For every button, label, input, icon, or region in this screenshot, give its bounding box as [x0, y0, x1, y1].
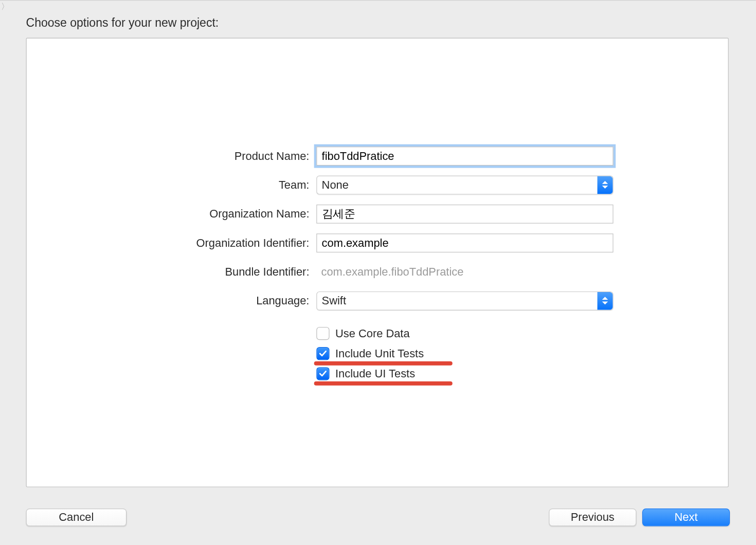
team-popup[interactable]: None [316, 175, 613, 194]
checkmark-icon [319, 370, 327, 378]
previous-button-label: Previous [571, 511, 615, 524]
label-org-identifier: Organization Identifier: [27, 236, 317, 249]
language-value: Swift [322, 294, 346, 307]
updown-icon [598, 292, 613, 310]
label-team: Team: [27, 178, 317, 191]
row-team: Team: None [27, 170, 728, 199]
row-language: Language: Swift [27, 286, 728, 315]
row-org-name: Organization Name: [27, 199, 728, 228]
label-language: Language: [27, 294, 317, 307]
row-product-name: Product Name: [27, 141, 728, 170]
row-include-unit-tests: Include Unit Tests [27, 343, 728, 364]
label-org-name: Organization Name: [27, 207, 317, 220]
language-popup[interactable]: Swift [316, 291, 613, 310]
project-options-form: Product Name: Team: None Organization Na… [27, 141, 728, 384]
row-bundle-identifier: Bundle Identifier: com.example.fiboTddPr… [27, 257, 728, 286]
product-name-field[interactable] [316, 147, 613, 166]
cancel-button-label: Cancel [59, 511, 94, 524]
team-value: None [322, 178, 349, 191]
include-unit-tests-checkbox[interactable] [316, 347, 329, 360]
row-org-identifier: Organization Identifier: [27, 228, 728, 257]
bundle-identifier-value: com.example.fiboTddPratice [316, 265, 463, 278]
next-button-label: Next [675, 511, 698, 524]
cancel-button[interactable]: Cancel [26, 508, 127, 526]
footer-buttons: Cancel Previous Next [26, 506, 730, 526]
annotation-underline [314, 382, 453, 386]
include-ui-tests-checkbox[interactable] [316, 367, 329, 380]
include-ui-tests-label: Include UI Tests [335, 367, 415, 380]
sheet-title: Choose options for your new project: [26, 16, 219, 29]
organization-name-field[interactable] [316, 204, 613, 223]
updown-icon [598, 176, 613, 194]
new-project-options-sheet: 〉 Choose options for your new project: P… [0, 0, 756, 545]
label-product-name: Product Name: [27, 149, 317, 162]
row-include-ui-tests: Include UI Tests [27, 364, 728, 384]
next-button[interactable]: Next [642, 508, 730, 526]
row-use-core-data: Use Core Data [27, 323, 728, 343]
checkmark-icon [319, 350, 327, 358]
previous-button[interactable]: Previous [549, 508, 636, 526]
chevron-right-icon: 〉 [1, 2, 8, 12]
use-core-data-label: Use Core Data [335, 327, 410, 340]
options-panel: Product Name: Team: None Organization Na… [26, 38, 729, 487]
organization-identifier-field[interactable] [316, 233, 613, 252]
include-unit-tests-label: Include Unit Tests [335, 347, 424, 360]
use-core-data-checkbox[interactable] [316, 327, 329, 340]
label-bundle-identifier: Bundle Identifier: [27, 265, 317, 278]
